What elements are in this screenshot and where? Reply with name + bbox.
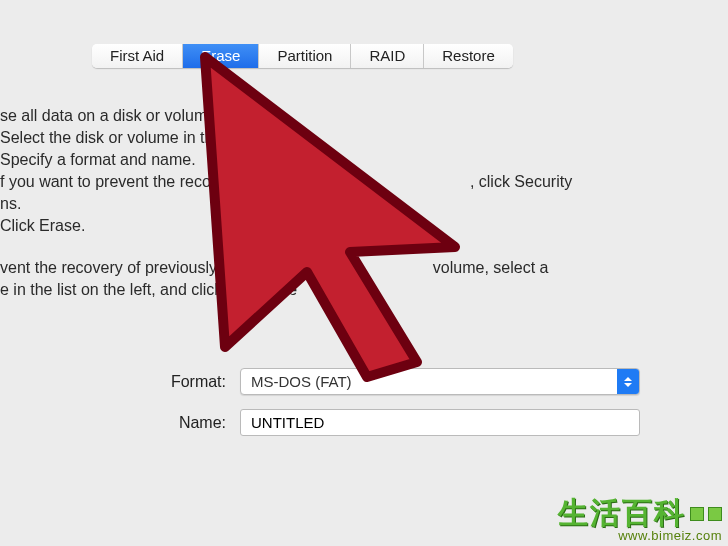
tab-bar: First Aid Erase Partition RAID Restore: [92, 44, 513, 68]
instruction-line: vent the recovery of previously deleted …: [0, 257, 640, 279]
tab-restore[interactable]: Restore: [424, 44, 513, 68]
name-label: Name:: [0, 414, 240, 432]
instruction-line: se all data on a disk or volume:: [0, 105, 640, 127]
instruction-line: f you want to prevent the recovery , cli…: [0, 171, 640, 193]
instruction-line: Specify a format and name.: [0, 149, 640, 171]
watermark-url: www.bimeiz.com: [558, 529, 722, 543]
chevron-up-down-icon: [617, 369, 639, 394]
name-input[interactable]: [240, 409, 640, 436]
erase-instructions: se all data on a disk or volume: Select …: [0, 105, 640, 301]
instruction-line: e in the list on the left, and click Era…: [0, 279, 640, 301]
format-label: Format:: [0, 373, 240, 391]
watermark: 生活百科 www.bimeiz.com: [558, 496, 722, 543]
erase-form: Format: MS-DOS (FAT) Name:: [0, 368, 728, 450]
instruction-line: Click Erase.: [0, 215, 640, 237]
instruction-line: ns.: [0, 193, 640, 215]
tab-erase[interactable]: Erase: [183, 44, 259, 68]
watermark-title: 生活百科: [558, 496, 686, 529]
tab-partition[interactable]: Partition: [259, 44, 351, 68]
instruction-line: Select the disk or volume in the li: [0, 127, 640, 149]
format-select[interactable]: MS-DOS (FAT): [240, 368, 640, 395]
format-select-value: MS-DOS (FAT): [251, 373, 352, 390]
tab-raid[interactable]: RAID: [351, 44, 424, 68]
tab-first-aid[interactable]: First Aid: [92, 44, 183, 68]
